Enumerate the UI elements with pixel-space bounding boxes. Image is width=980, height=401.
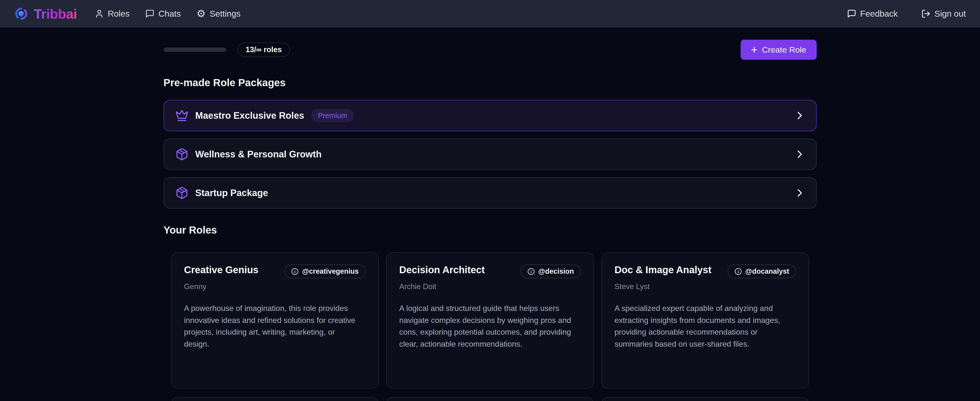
role-handle-badge[interactable]: @creativegenius xyxy=(284,264,365,278)
role-subtitle: Archie Doit xyxy=(399,282,581,291)
chevron-right-icon xyxy=(794,149,805,160)
roles-usage: 13/∞ roles xyxy=(164,43,290,57)
package-row[interactable]: Startup Package xyxy=(164,177,817,209)
package-name: Wellness & Personal Growth xyxy=(196,149,322,160)
nav-item-label: Roles xyxy=(108,9,130,19)
nav-item-feedback[interactable]: Feedback xyxy=(847,9,898,19)
your-roles-title: Your Roles xyxy=(164,224,817,236)
role-description: A logical and structured guide that help… xyxy=(399,302,575,350)
package-icon xyxy=(175,148,189,161)
chevron-right-icon xyxy=(794,187,805,198)
chevron-right-icon xyxy=(794,110,805,121)
nav-item-label: Feedback xyxy=(860,9,898,19)
role-title: Creative Genius xyxy=(184,264,259,275)
info-icon xyxy=(291,268,299,275)
logout-icon xyxy=(921,9,931,18)
nav-item-settings[interactable]: ⚙ Settings xyxy=(197,8,240,19)
nav-item-roles[interactable]: Roles xyxy=(95,9,130,19)
info-icon xyxy=(527,268,535,275)
package-list: Maestro Exclusive Roles Premium Wellness… xyxy=(164,100,817,209)
package-name: Maestro Exclusive Roles xyxy=(196,110,304,121)
role-card[interactable]: Doc & Image Analyst @docanalyst Steve Ly… xyxy=(601,252,809,389)
tribbai-logo-icon xyxy=(14,6,29,21)
role-card[interactable]: Decision Architect @decision Archie Doit… xyxy=(386,252,594,389)
crown-icon xyxy=(175,109,189,122)
role-card-header: Decision Architect @decision xyxy=(399,264,581,278)
roles-count-badge: 13/∞ roles xyxy=(237,43,290,57)
brand-name: Tribbai xyxy=(34,6,77,22)
top-nav: Tribbai Roles Chats ⚙ Settings xyxy=(0,0,980,27)
main-content: 13/∞ roles + Create Role Pre-made Role P… xyxy=(164,40,817,401)
role-title: Decision Architect xyxy=(399,264,485,275)
nav-links: Roles Chats ⚙ Settings xyxy=(95,8,240,19)
nav-item-label: Settings xyxy=(210,9,240,19)
role-description: A powerhouse of imagination, this role p… xyxy=(184,302,360,350)
package-row[interactable]: Maestro Exclusive Roles Premium xyxy=(164,100,817,131)
role-handle-badge[interactable]: @decision xyxy=(520,264,581,278)
role-card-partial[interactable] xyxy=(601,397,809,401)
role-handle-badge[interactable]: @docanalyst xyxy=(728,264,796,278)
your-roles-grid: Creative Genius @creativegenius Genny A … xyxy=(164,252,817,389)
create-role-button[interactable]: + Create Role xyxy=(741,40,816,60)
roles-progress-bar xyxy=(164,48,226,52)
role-card-header: Doc & Image Analyst @docanalyst xyxy=(614,264,796,278)
create-role-label: Create Role xyxy=(762,45,806,54)
package-icon xyxy=(175,186,189,200)
role-subtitle: Steve Lyst xyxy=(614,282,796,291)
role-card-header: Creative Genius @creativegenius xyxy=(184,264,366,278)
premium-badge: Premium xyxy=(311,109,354,122)
chat-icon xyxy=(145,9,154,18)
role-card-partial[interactable] xyxy=(386,397,594,401)
role-subtitle: Genny xyxy=(184,282,366,291)
package-row[interactable]: Wellness & Personal Growth xyxy=(164,139,817,170)
nav-item-chats[interactable]: Chats xyxy=(145,9,181,19)
role-handle: @creativegenius xyxy=(302,267,358,275)
nav-item-signout[interactable]: Sign out xyxy=(921,9,966,19)
role-card-partial[interactable] xyxy=(171,397,379,401)
gear-icon: ⚙ xyxy=(197,8,206,19)
next-roles-row-partial xyxy=(164,396,817,401)
role-card[interactable]: Creative Genius @creativegenius Genny A … xyxy=(171,252,379,389)
roles-toolbar: 13/∞ roles + Create Role xyxy=(164,40,817,60)
nav-right: Feedback Sign out xyxy=(847,9,966,19)
chat-icon xyxy=(847,9,856,18)
brand-logo[interactable]: Tribbai xyxy=(14,6,77,22)
info-icon xyxy=(735,268,742,275)
nav-item-label: Chats xyxy=(158,9,181,19)
nav-item-label: Sign out xyxy=(934,9,966,19)
package-name: Startup Package xyxy=(196,188,268,198)
role-title: Doc & Image Analyst xyxy=(614,264,711,275)
role-handle: @decision xyxy=(538,267,574,275)
premade-packages-title: Pre-made Role Packages xyxy=(164,77,817,89)
role-description: A specialized expert capable of analyzin… xyxy=(614,302,791,350)
user-icon xyxy=(95,9,104,18)
role-handle: @docanalyst xyxy=(745,267,789,275)
